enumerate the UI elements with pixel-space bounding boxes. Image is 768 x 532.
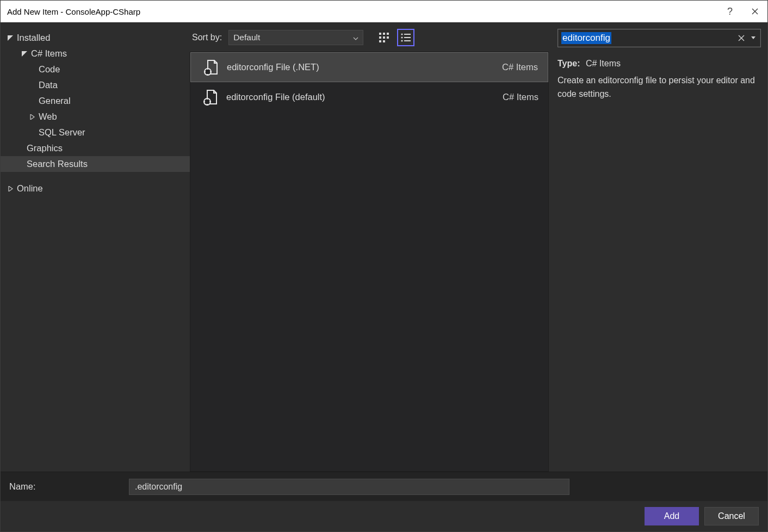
search-value-selected: editorconfig: [561, 32, 611, 44]
sidebar-item-web[interactable]: Web: [1, 109, 190, 125]
type-value: C# Items: [586, 59, 621, 68]
svg-rect-9: [379, 36, 381, 39]
sidebar-label: General: [39, 96, 71, 106]
clear-search-button[interactable]: [735, 32, 747, 45]
svg-rect-11: [387, 36, 389, 39]
svg-rect-22: [207, 74, 208, 76]
svg-rect-6: [379, 33, 381, 35]
sidebar-label: Installed: [17, 33, 50, 43]
svg-rect-7: [383, 33, 385, 35]
svg-marker-4: [30, 114, 34, 120]
description-text: Create an editorconfig file to persist y…: [558, 74, 761, 101]
template-list: editorconfig File (.NET) C# Items editor…: [190, 52, 549, 472]
svg-rect-29: [209, 101, 211, 102]
search-input[interactable]: editorconfig: [558, 29, 761, 47]
sidebar-item-general[interactable]: General: [1, 93, 190, 109]
sidebar-item-graphics[interactable]: Graphics: [1, 140, 190, 156]
svg-rect-19: [404, 40, 411, 41]
sidebar-label: Data: [39, 80, 58, 90]
template-item[interactable]: editorconfig File (.NET) C# Items: [190, 52, 548, 82]
grid-icon: [379, 33, 389, 42]
template-description: Type: C# Items Create an editorconfig fi…: [558, 57, 761, 101]
svg-point-16: [401, 36, 403, 38]
center-column: Sort by: Default: [190, 22, 553, 472]
dialog-footer: Add Cancel: [1, 501, 767, 531]
details-pane: editorconfig Type: C# Items Create an ed…: [553, 22, 767, 472]
svg-rect-23: [204, 71, 206, 72]
close-button[interactable]: [742, 1, 767, 22]
file-config-icon: [199, 59, 222, 76]
template-item[interactable]: editorconfig File (default) C# Items: [190, 82, 548, 112]
file-config-icon: [198, 89, 222, 106]
template-category: C# Items: [503, 92, 538, 102]
search-dropdown-button[interactable]: [747, 32, 759, 45]
sidebar-label: Graphics: [27, 143, 63, 153]
sidebar-item-installed[interactable]: Installed: [1, 30, 190, 46]
collapse-icon: [29, 114, 35, 120]
svg-rect-26: [207, 98, 208, 100]
svg-rect-24: [210, 71, 212, 72]
name-input[interactable]: [129, 479, 569, 495]
template-label: editorconfig File (.NET): [222, 62, 502, 72]
svg-rect-10: [383, 36, 385, 39]
expand-icon: [21, 51, 28, 57]
sidebar-spacer: [1, 172, 190, 181]
sidebar-item-csharp-items[interactable]: C# Items: [1, 46, 190, 61]
view-large-icons-button[interactable]: [375, 29, 393, 46]
sidebar-label: Code: [39, 64, 60, 75]
svg-rect-21: [207, 68, 208, 70]
svg-marker-32: [751, 36, 755, 39]
type-label: Type:: [558, 59, 580, 68]
sort-toolbar: Sort by: Default: [190, 29, 549, 46]
dialog-window: Add New Item - ConsoleApp-CSharp ? Insta…: [0, 0, 768, 532]
close-icon: [738, 35, 745, 41]
sortby-value: Default: [233, 33, 260, 42]
list-icon: [401, 33, 411, 42]
sidebar-label: C# Items: [31, 48, 67, 59]
name-bar: Name:: [1, 472, 767, 501]
dialog-body: Installed C# Items Code Data General: [1, 22, 767, 531]
svg-marker-3: [22, 51, 27, 57]
window-title: Add New Item - ConsoleApp-CSharp: [7, 7, 140, 16]
sidebar-item-data[interactable]: Data: [1, 77, 190, 93]
svg-rect-15: [404, 34, 411, 35]
template-label: editorconfig File (default): [222, 92, 503, 102]
expand-icon: [7, 35, 14, 41]
sidebar-label: Search Results: [27, 159, 88, 169]
add-button[interactable]: Add: [645, 507, 699, 525]
help-button[interactable]: ?: [717, 1, 742, 22]
svg-point-18: [401, 40, 403, 41]
svg-rect-13: [383, 40, 385, 42]
svg-point-14: [401, 33, 403, 35]
svg-rect-17: [404, 37, 411, 38]
chevron-down-icon: [751, 36, 755, 40]
type-line: Type: C# Items: [558, 57, 761, 71]
category-sidebar: Installed C# Items Code Data General: [1, 22, 190, 472]
collapse-icon: [7, 186, 14, 191]
template-category: C# Items: [502, 62, 538, 72]
sidebar-item-code[interactable]: Code: [1, 61, 190, 77]
close-icon: [752, 8, 758, 15]
sidebar-label: SQL Server: [39, 127, 85, 138]
name-label: Name:: [9, 481, 129, 492]
sidebar-label: Online: [17, 183, 43, 194]
titlebar: Add New Item - ConsoleApp-CSharp ?: [1, 1, 767, 22]
svg-marker-2: [8, 35, 13, 41]
sidebar-item-search-results[interactable]: Search Results: [1, 156, 190, 172]
sidebar-label: Web: [39, 112, 57, 122]
svg-marker-5: [9, 186, 13, 191]
svg-rect-28: [203, 101, 205, 102]
chevron-down-icon: [353, 33, 358, 42]
sidebar-item-sqlserver[interactable]: SQL Server: [1, 125, 190, 140]
svg-rect-27: [207, 104, 208, 106]
svg-rect-8: [387, 33, 389, 35]
sortby-dropdown[interactable]: Default: [228, 30, 363, 45]
view-list-button[interactable]: [397, 29, 414, 46]
sidebar-item-online[interactable]: Online: [1, 181, 190, 196]
cancel-button[interactable]: Cancel: [704, 507, 759, 525]
svg-rect-12: [379, 40, 381, 42]
sortby-label: Sort by:: [192, 33, 222, 42]
main-area: Installed C# Items Code Data General: [1, 22, 767, 472]
